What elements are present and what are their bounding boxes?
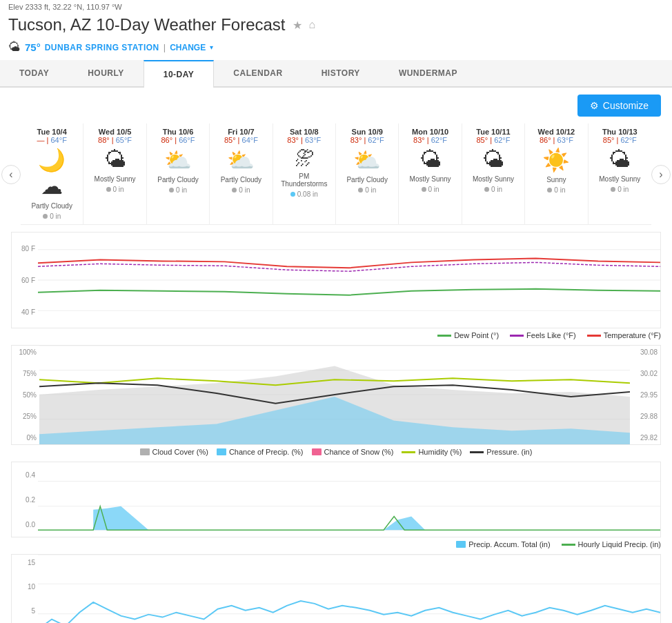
temp-range: 83° | 62°F bbox=[400, 136, 459, 144]
elevation-bar: Elev 2333 ft, 32.22 °N, 110.97 °W bbox=[0, 0, 672, 14]
precip-y-axis-right: 30.08 30.02 29.95 29.88 29.82 bbox=[630, 346, 659, 444]
forecast-scroll: ‹ › Tue 10/4 — | 64°F 🌙☁ Partly Cloudy 0… bbox=[0, 123, 672, 225]
gear-icon: ⚙ bbox=[590, 100, 599, 111]
left-nav-arrow[interactable]: ‹ bbox=[1, 165, 21, 184]
legend-pressure: Pressure. (in) bbox=[470, 448, 532, 456]
weather-desc-day6: Mostly Sunny bbox=[400, 175, 459, 183]
legend-humidity: Humidity (%) bbox=[402, 448, 462, 456]
day-label: Thu 10/6 bbox=[148, 128, 208, 136]
forecast-day-1: Wed 10/5 88° | 65°F 🌤 Mostly Sunny 0 in bbox=[83, 123, 146, 224]
legend-chance-snow: Chance of Snow (%) bbox=[312, 448, 394, 456]
wind-chart-section: 15 10 5 0 → Wind Speed bbox=[0, 554, 672, 623]
change-button[interactable]: CHANGE bbox=[170, 43, 206, 52]
temp-y-axis: 80 F 60 F 40 F bbox=[13, 233, 38, 328]
day-label: Mon 10/10 bbox=[400, 128, 459, 136]
temp-range: 85° | 62°F bbox=[464, 136, 523, 144]
day-label: Tue 10/4 bbox=[22, 128, 81, 136]
legend-feels-like: Feels Like (°F) bbox=[510, 331, 576, 339]
day-label: Tue 10/11 bbox=[464, 128, 523, 136]
temp-badge: 75° bbox=[25, 41, 41, 53]
precip-day1: 0 in bbox=[85, 186, 144, 193]
customize-label: Customize bbox=[603, 100, 649, 111]
weather-icon-day9: 🌤 bbox=[590, 147, 650, 172]
day-label: Wed 10/5 bbox=[85, 128, 144, 136]
forecast-day-5: Sun 10/9 83° | 62°F ⛅ Partly Cloudy 0 in bbox=[336, 123, 399, 224]
day-label: Sun 10/9 bbox=[337, 128, 397, 136]
forecast-day-2: Thu 10/6 86° | 66°F ⛅ Partly Cloudy 0 in bbox=[147, 123, 210, 224]
weather-icon-day5: ⛅ bbox=[337, 147, 397, 173]
temp-range: — | 64°F bbox=[22, 136, 81, 144]
precip-day3: 0 in bbox=[211, 186, 270, 194]
tab-wundermap[interactable]: WUNDERMAP bbox=[379, 60, 477, 86]
forecast-grid: Tue 10/4 — | 64°F 🌙☁ Partly Cloudy 0 in … bbox=[21, 123, 651, 225]
precip-y-axis-left: 100% 75% 50% 25% 0% bbox=[13, 346, 39, 444]
forecast-day-9: Thu 10/13 85° | 62°F 🌤 Mostly Sunny 0 in bbox=[589, 123, 651, 224]
precip-chart-svg bbox=[39, 346, 630, 444]
weather-icon-day8: ☀️ bbox=[526, 147, 586, 173]
legend-dew-point: Dew Point (°) bbox=[437, 331, 499, 339]
svg-marker-13 bbox=[38, 506, 660, 530]
precip-day0: 0 in bbox=[22, 212, 81, 220]
weather-icon-day7: 🌤 bbox=[464, 147, 523, 172]
precip-chart-legend: Cloud Cover (%) Chance of Precip. (%) Ch… bbox=[11, 445, 661, 459]
weather-icon-sm: 🌤 bbox=[8, 40, 21, 55]
forecast-day-7: Tue 10/11 85° | 62°F 🌤 Mostly Sunny 0 in bbox=[462, 123, 525, 224]
temp-range: 83° | 63°F bbox=[275, 136, 334, 144]
weather-desc-day2: Partly Cloudy bbox=[148, 176, 208, 184]
weather-desc-day1: Mostly Sunny bbox=[85, 175, 144, 183]
precip-day8: 0 in bbox=[526, 186, 586, 194]
precip-day2: 0 in bbox=[148, 186, 208, 194]
elevation-text: Elev 2333 ft, 32.22 °N, 110.97 °W bbox=[8, 3, 122, 11]
legend-precip-accum: Precip. Accum. Total (in) bbox=[456, 540, 550, 548]
tab-today[interactable]: TODAY bbox=[0, 60, 68, 86]
dropdown-arrow-icon[interactable]: ▾ bbox=[210, 43, 213, 51]
weather-desc-day9: Mostly Sunny bbox=[590, 175, 650, 183]
precip-day7: 0 in bbox=[464, 186, 523, 193]
wind-chart-container: 15 10 5 0 → bbox=[11, 554, 661, 623]
weather-icon-day2: ⛅ bbox=[148, 147, 208, 173]
tab-calendar[interactable]: CALENDAR bbox=[214, 60, 302, 86]
page-title: Tucson, AZ 10-Day Weather Forecast bbox=[8, 15, 286, 34]
accum-chart-section: 0.4 0.2 0.0 Precip. Accum. Total (in) bbox=[0, 462, 672, 551]
temp-range: 86° | 66°F bbox=[148, 136, 208, 144]
precip-day6: 0 in bbox=[400, 186, 459, 193]
weather-desc-day4: PMThunderstorms bbox=[275, 172, 334, 188]
precip-chart-container: 100% 75% 50% 25% 0% 30.08 30.02 29.95 29… bbox=[11, 345, 661, 445]
weather-desc-day5: Partly Cloudy bbox=[337, 176, 397, 184]
home-icon[interactable]: ⌂ bbox=[309, 19, 316, 31]
precip-chart-section: 100% 75% 50% 25% 0% 30.08 30.02 29.95 29… bbox=[0, 345, 672, 459]
legend-hourly-liquid: Hourly Liquid Precip. (in) bbox=[562, 540, 661, 548]
temp-chart-legend: Dew Point (°) Feels Like (°F) Temperatur… bbox=[11, 328, 661, 342]
precip-day5: 0 in bbox=[337, 186, 397, 194]
separator: | bbox=[164, 42, 166, 52]
forecast-day-4: Sat 10/8 83° | 63°F ⛈ PMThunderstorms 0.… bbox=[273, 123, 336, 224]
forecast-day-3: Fri 10/7 85° | 64°F ⛅ Partly Cloudy 0 in bbox=[210, 123, 273, 224]
location-bar: 🌤 75° DUNBAR SPRING STATION | CHANGE ▾ bbox=[0, 39, 672, 60]
weather-desc-day7: Mostly Sunny bbox=[464, 175, 523, 183]
nav-tabs: TODAY HOURLY 10-DAY CALENDAR HISTORY WUN… bbox=[0, 60, 672, 88]
tab-history[interactable]: HISTORY bbox=[302, 60, 379, 86]
top-bar: Elev 2333 ft, 32.22 °N, 110.97 °W Tucson… bbox=[0, 0, 672, 60]
temp-range: 86° | 63°F bbox=[526, 136, 586, 144]
legend-temperature: Temperature (°F) bbox=[587, 331, 661, 339]
weather-icon-day6: 🌤 bbox=[400, 147, 459, 172]
precip-day4: 0.08 in bbox=[275, 190, 334, 198]
weather-desc-day0: Partly Cloudy bbox=[22, 202, 81, 210]
weather-icon-day0: 🌙☁ bbox=[22, 147, 81, 199]
temp-range: 83° | 62°F bbox=[337, 136, 397, 144]
accum-chart-svg bbox=[38, 462, 660, 537]
star-icon[interactable]: ★ bbox=[293, 19, 302, 32]
day-label: Sat 10/8 bbox=[275, 128, 334, 136]
temp-chart-container: 80 F 60 F 40 F bbox=[11, 232, 661, 328]
tab-hourly[interactable]: HOURLY bbox=[68, 60, 144, 86]
temp-chart-svg bbox=[38, 233, 660, 328]
tab-10day[interactable]: 10-DAY bbox=[144, 60, 215, 88]
precip-day9: 0 in bbox=[590, 186, 650, 193]
day-label: Wed 10/12 bbox=[526, 128, 586, 136]
wind-y-axis: 15 10 5 0 bbox=[13, 555, 38, 623]
customize-button[interactable]: ⚙ Customize bbox=[577, 95, 661, 117]
weather-desc-day8: Sunny bbox=[526, 176, 586, 184]
station-name[interactable]: DUNBAR SPRING STATION bbox=[45, 43, 159, 52]
weather-desc-day3: Partly Cloudy bbox=[211, 176, 270, 184]
right-nav-arrow[interactable]: › bbox=[651, 165, 671, 184]
